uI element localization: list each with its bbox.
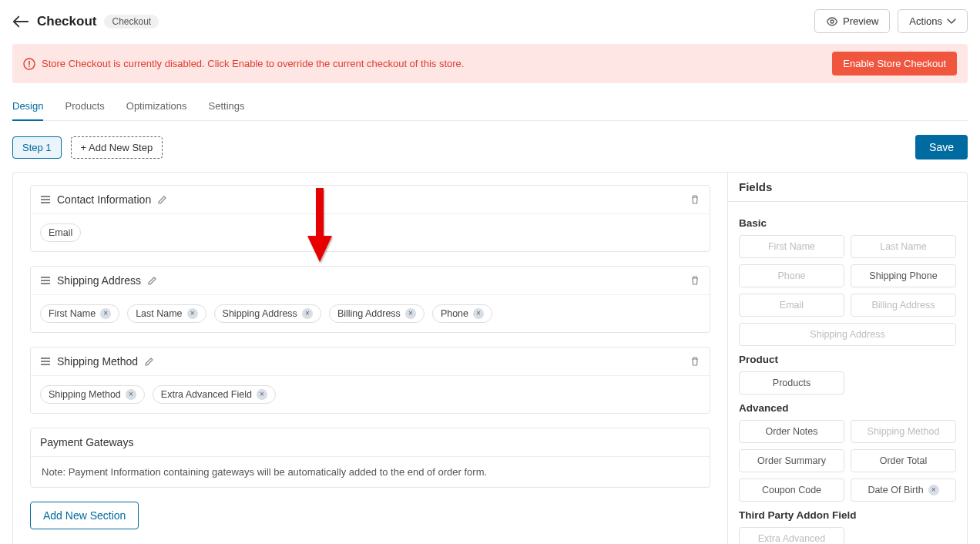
tab-optimizations[interactable]: Optimizations bbox=[126, 94, 187, 120]
remove-icon[interactable]: × bbox=[473, 308, 484, 319]
fields-sidebar: Fields Basic First Name Last Name Phone … bbox=[728, 173, 967, 544]
tabs: Design Products Optimizations Settings bbox=[12, 94, 968, 121]
edit-icon[interactable] bbox=[147, 276, 157, 286]
field-first-name[interactable]: First Name bbox=[739, 235, 844, 258]
svg-point-3 bbox=[29, 65, 30, 67]
field-chip-shipping-method[interactable]: Shipping Method × bbox=[40, 385, 145, 404]
edit-icon[interactable] bbox=[157, 195, 167, 205]
field-order-total[interactable]: Order Total bbox=[851, 449, 956, 472]
step-1-button[interactable]: Step 1 bbox=[12, 136, 62, 159]
remove-icon[interactable]: × bbox=[302, 308, 313, 319]
section-title: Shipping Address bbox=[57, 274, 141, 287]
actions-button[interactable]: Actions bbox=[898, 9, 968, 33]
layout-columns: Contact Information Email bbox=[12, 172, 968, 544]
steps-row: Step 1 + Add New Step Save bbox=[12, 135, 968, 160]
field-billing-address[interactable]: Billing Address bbox=[851, 294, 956, 317]
save-button[interactable]: Save bbox=[915, 135, 968, 160]
enable-store-checkout-button[interactable]: Enable Store Checkout bbox=[832, 52, 957, 76]
delete-icon[interactable] bbox=[690, 194, 700, 205]
section-contact-information: Contact Information Email bbox=[30, 185, 710, 252]
chip-label: Extra Advanced Field bbox=[161, 389, 252, 400]
store-disabled-alert: Store Checkout is currently disabled. Cl… bbox=[12, 44, 968, 83]
field-shipping-address[interactable]: Shipping Address bbox=[739, 323, 956, 346]
chip-label: Billing Address bbox=[337, 308, 401, 319]
chip-label: Last Name bbox=[136, 308, 182, 319]
section-shipping-method: Shipping Method Shipping Method × bbox=[30, 347, 710, 414]
edit-icon[interactable] bbox=[144, 357, 154, 367]
field-order-notes[interactable]: Order Notes bbox=[739, 420, 844, 443]
field-date-of-birth[interactable]: Date Of Birth × bbox=[851, 479, 956, 502]
group-title-basic: Basic bbox=[739, 217, 956, 229]
field-coupon-code[interactable]: Coupon Code bbox=[739, 479, 844, 502]
field-chip-email[interactable]: Email bbox=[40, 223, 81, 242]
actions-label: Actions bbox=[909, 15, 942, 27]
header-left: Checkout Checkout bbox=[12, 14, 159, 29]
remove-icon[interactable]: × bbox=[928, 485, 939, 495]
page-badge: Checkout bbox=[104, 15, 159, 29]
tab-design[interactable]: Design bbox=[12, 94, 43, 121]
chip-label: First Name bbox=[49, 308, 96, 319]
field-chip-extra-advanced[interactable]: Extra Advanced Field × bbox=[153, 385, 276, 404]
chip-label: Shipping Method bbox=[49, 389, 121, 400]
drag-handle-icon[interactable] bbox=[40, 195, 51, 204]
field-label: Date Of Birth bbox=[868, 485, 923, 495]
remove-icon[interactable]: × bbox=[257, 389, 267, 400]
field-chip-billing-address[interactable]: Billing Address × bbox=[329, 304, 425, 323]
field-chip-phone[interactable]: Phone × bbox=[432, 304, 492, 323]
chip-label: Email bbox=[49, 227, 72, 238]
field-phone[interactable]: Phone bbox=[739, 264, 844, 287]
remove-icon[interactable]: × bbox=[126, 389, 136, 400]
drag-handle-icon[interactable] bbox=[40, 276, 51, 285]
sidebar-title: Fields bbox=[728, 173, 967, 202]
field-email[interactable]: Email bbox=[739, 294, 844, 317]
back-arrow-icon[interactable] bbox=[12, 15, 29, 28]
payment-note: Note: Payment Information containing gat… bbox=[31, 457, 710, 487]
group-title-third-party: Third Party Addon Field bbox=[739, 509, 956, 521]
chip-label: Shipping Address bbox=[223, 308, 297, 319]
remove-icon[interactable]: × bbox=[405, 308, 416, 319]
preview-button[interactable]: Preview bbox=[814, 9, 890, 33]
field-chip-shipping-address[interactable]: Shipping Address × bbox=[214, 304, 321, 323]
field-chip-last-name[interactable]: Last Name × bbox=[127, 304, 206, 323]
group-title-product: Product bbox=[739, 354, 956, 365]
add-new-section-button[interactable]: Add New Section bbox=[30, 502, 139, 529]
svg-point-0 bbox=[831, 20, 834, 23]
section-title: Payment Gateways bbox=[40, 436, 133, 448]
section-title: Shipping Method bbox=[57, 355, 138, 368]
preview-label: Preview bbox=[843, 15, 878, 27]
add-new-step-button[interactable]: + Add New Step bbox=[71, 136, 163, 159]
page-title: Checkout bbox=[37, 14, 96, 29]
field-products[interactable]: Products bbox=[739, 371, 844, 395]
header-right: Preview Actions bbox=[814, 9, 968, 33]
field-last-name[interactable]: Last Name bbox=[851, 235, 956, 258]
page-header: Checkout Checkout Preview Actions bbox=[12, 9, 968, 33]
section-payment-gateways: Payment Gateways Note: Payment Informati… bbox=[30, 428, 710, 488]
field-order-summary[interactable]: Order Summary bbox=[739, 449, 844, 472]
main-column: Contact Information Email bbox=[13, 173, 728, 544]
alert-text: Store Checkout is currently disabled. Cl… bbox=[42, 58, 464, 69]
tab-settings[interactable]: Settings bbox=[209, 94, 245, 120]
delete-icon[interactable] bbox=[690, 275, 700, 286]
section-shipping-address: Shipping Address First Name × bbox=[30, 266, 710, 333]
group-title-advanced: Advanced bbox=[739, 402, 956, 414]
chip-label: Phone bbox=[441, 308, 468, 319]
remove-icon[interactable]: × bbox=[100, 308, 111, 319]
alert-icon bbox=[23, 58, 35, 70]
field-extra-advanced-fields[interactable]: Extra Advanced Fields bbox=[739, 527, 844, 544]
chevron-down-icon bbox=[947, 18, 956, 25]
remove-icon[interactable]: × bbox=[187, 308, 198, 319]
field-shipping-phone[interactable]: Shipping Phone bbox=[851, 264, 956, 287]
field-shipping-method[interactable]: Shipping Method bbox=[851, 420, 956, 443]
eye-icon bbox=[826, 16, 838, 27]
drag-handle-icon[interactable] bbox=[40, 357, 51, 366]
field-chip-first-name[interactable]: First Name × bbox=[40, 304, 119, 323]
tab-products[interactable]: Products bbox=[65, 94, 104, 120]
section-title: Contact Information bbox=[57, 193, 151, 206]
delete-icon[interactable] bbox=[690, 356, 700, 367]
